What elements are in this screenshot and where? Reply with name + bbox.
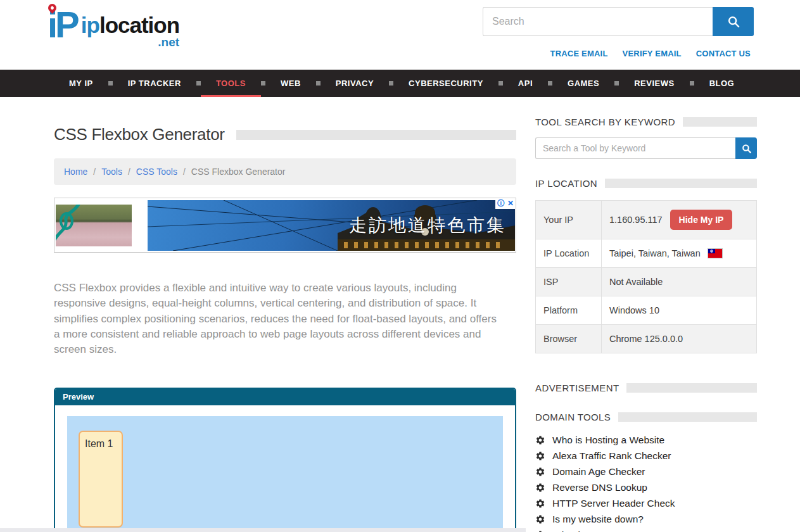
- tool-search-button[interactable]: [735, 137, 757, 159]
- domain-tool-link-alexa-traffic-rank-checker[interactable]: Alexa Traffic Rank Checker: [552, 450, 671, 462]
- search-icon: [727, 15, 740, 28]
- ip-table-row-isp: ISPNot Available: [536, 268, 757, 296]
- nav-item-blog[interactable]: BLOG: [694, 70, 750, 97]
- ad-creative-image: 走訪地道特色市集: [148, 200, 515, 251]
- domain-tool-link-is-my-website-down[interactable]: Is my website down?: [552, 514, 644, 525]
- breadcrumb-link-home[interactable]: Home: [64, 167, 87, 177]
- domain-tools-heading: DOMAIN TOOLS: [535, 412, 757, 422]
- domain-tool-item: Is my website down?: [535, 514, 757, 525]
- site-search: [483, 7, 754, 36]
- ip-row-label: ISP: [536, 268, 602, 296]
- gear-icon: [535, 451, 545, 461]
- domain-tool-item: Reverse DNS Lookup: [535, 482, 757, 493]
- title-decor-bar: [236, 130, 516, 140]
- flexbox-preview-item[interactable]: Item 1: [79, 431, 123, 528]
- iplocation-page: iP iplocation .net TRACE EMAILVERIFY EMA…: [0, 0, 800, 532]
- nav-item-reviews[interactable]: REVIEWS: [619, 70, 689, 97]
- ip-row-label: Platform: [536, 296, 602, 325]
- breadcrumb-current: CSS Flexbox Generator: [191, 167, 286, 177]
- ad-close-icon[interactable]: ✕: [507, 198, 514, 209]
- ip-row-value: Not Available: [602, 268, 757, 296]
- ad-thumb-decor: [56, 205, 132, 246]
- flexbox-preview-container: Item 1: [67, 416, 503, 532]
- taiwan-flag-icon: [708, 249, 722, 258]
- ip-row-value: Windows 10: [602, 296, 757, 325]
- nav-item-web[interactable]: WEB: [265, 70, 316, 97]
- ip-location-heading: IP LOCATION: [535, 178, 757, 189]
- tool-description: CSS Flexbox provides a flexible and intu…: [54, 281, 516, 357]
- advertisement-heading: ADVERTISEMENT: [535, 383, 757, 393]
- header-link-trace-email[interactable]: TRACE EMAIL: [550, 49, 608, 58]
- ip-table-row-your-ip: Your IP1.160.95.117Hide My IP: [536, 201, 757, 239]
- header-link-contact-us[interactable]: CONTACT US: [696, 49, 751, 58]
- preview-panel-body: Item 1: [55, 405, 515, 532]
- nav-separator-icon: [690, 81, 694, 86]
- gear-icon: [535, 483, 545, 493]
- nav-separator-icon: [614, 81, 619, 86]
- nav-separator-icon: [196, 81, 201, 86]
- heading-decor-bar: [626, 383, 757, 393]
- nav-item-games[interactable]: GAMES: [552, 70, 614, 97]
- domain-tool-link-reverse-dns-lookup[interactable]: Reverse DNS Lookup: [552, 482, 647, 493]
- ip-row-label: IP Location: [536, 239, 602, 268]
- ip-row-value: 1.160.95.117Hide My IP: [602, 201, 757, 239]
- tool-search-input[interactable]: [535, 137, 735, 159]
- logo-tld: .net: [81, 37, 179, 48]
- preview-panel: Preview Item 1: [54, 388, 516, 532]
- breadcrumb: Home/Tools/CSS Tools/CSS Flexbox Generat…: [54, 158, 516, 185]
- domain-tool-link-http-server-header-check[interactable]: HTTP Server Header Check: [552, 498, 675, 509]
- domain-tool-link-what-is-my-user-agent[interactable]: What is my User Agent?: [552, 529, 657, 532]
- ip-row-value-text: 1.160.95.117: [609, 215, 663, 225]
- hide-my-ip-button[interactable]: Hide My IP: [670, 210, 733, 230]
- nav-item-api[interactable]: API: [503, 70, 548, 97]
- next-section-edge: [0, 528, 526, 532]
- nav-item-cybersecurity[interactable]: CYBERSECURITY: [393, 70, 498, 97]
- nav-separator-icon: [261, 81, 265, 86]
- ip-table-row-ip-location: IP LocationTaipei, Taiwan, Taiwan: [536, 239, 757, 268]
- sidebar: TOOL SEARCH BY KEYWORD IP LOCATION Your …: [535, 97, 757, 532]
- logo-wordmark: iplocation .net: [81, 14, 179, 48]
- site-logo[interactable]: iP iplocation .net: [48, 5, 179, 48]
- ip-row-value: Taipei, Taiwan, Taiwan: [602, 239, 757, 268]
- breadcrumb-link-tools[interactable]: Tools: [101, 167, 122, 177]
- ip-row-value-text: Windows 10: [609, 305, 659, 315]
- ip-row-label: Your IP: [536, 201, 602, 239]
- header-link-verify-email[interactable]: VERIFY EMAIL: [623, 49, 682, 58]
- ip-row-value: Chrome 125.0.0.0: [602, 325, 757, 353]
- nav-item-tools[interactable]: TOOLS: [201, 70, 261, 97]
- domain-tool-item: Alexa Traffic Rank Checker: [535, 450, 757, 462]
- domain-tool-item: HTTP Server Header Check: [535, 498, 757, 509]
- nav-separator-icon: [498, 81, 503, 86]
- domain-tool-item: Domain Age Checker: [535, 466, 757, 478]
- ip-row-value-text: Not Available: [609, 277, 663, 287]
- ad-banner[interactable]: 走訪地道特色市集 ⓘ ✕: [54, 198, 516, 253]
- site-search-button[interactable]: [713, 7, 754, 36]
- gear-icon: [535, 498, 545, 509]
- preview-panel-header: Preview: [55, 389, 515, 405]
- nav-separator-icon: [548, 81, 552, 86]
- ip-row-label: Browser: [536, 325, 602, 353]
- ad-thumbnail-image: [56, 205, 132, 246]
- content-area: CSS Flexbox Generator Home/Tools/CSS Too…: [0, 97, 800, 532]
- main-nav: MY IPIP TRACKERTOOLSWEBPRIVACYCYBERSECUR…: [0, 70, 800, 97]
- heading-decor-bar: [618, 412, 757, 422]
- ip-table-row-platform: PlatformWindows 10: [536, 296, 757, 325]
- nav-separator-icon: [389, 81, 393, 86]
- gear-icon: [535, 467, 545, 477]
- header-links: TRACE EMAILVERIFY EMAILCONTACT US: [550, 49, 751, 58]
- ad-info-icon[interactable]: ⓘ: [497, 198, 505, 209]
- domain-tool-item: Who is Hosting a Website: [535, 434, 757, 446]
- ip-row-value-text: Taipei, Taiwan, Taiwan: [609, 248, 701, 258]
- domain-tools-list: Who is Hosting a WebsiteAlexa Traffic Ra…: [535, 434, 757, 532]
- logo-mark: iP: [48, 5, 77, 44]
- breadcrumb-link-css-tools[interactable]: CSS Tools: [136, 167, 177, 177]
- nav-item-ip-tracker[interactable]: IP TRACKER: [113, 70, 196, 97]
- nav-separator-icon: [316, 81, 321, 86]
- search-icon: [741, 143, 752, 154]
- domain-tool-item: What is my User Agent?: [535, 529, 757, 532]
- nav-item-privacy[interactable]: PRIVACY: [321, 70, 389, 97]
- domain-tool-link-who-is-hosting-a-website[interactable]: Who is Hosting a Website: [552, 434, 664, 446]
- nav-item-my-ip[interactable]: MY IP: [54, 70, 108, 97]
- site-search-input[interactable]: [483, 7, 713, 36]
- domain-tool-link-domain-age-checker[interactable]: Domain Age Checker: [552, 466, 645, 478]
